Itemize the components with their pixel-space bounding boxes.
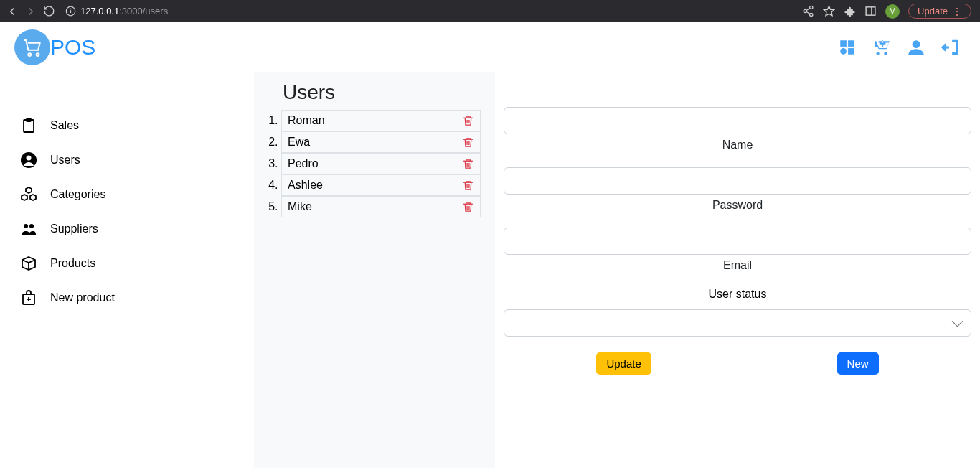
svg-rect-9 <box>866 7 875 15</box>
user-icon[interactable] <box>907 38 925 57</box>
users-title: Users <box>268 72 481 110</box>
box-icon <box>20 255 37 272</box>
update-button[interactable]: Update <box>596 352 651 375</box>
sidebar-item-label: Products <box>50 257 95 270</box>
user-name: Ewa <box>288 136 310 149</box>
logout-icon[interactable] <box>941 38 960 57</box>
user-name: Pedro <box>288 157 319 170</box>
user-name: Ashlee <box>288 179 323 192</box>
user-row[interactable]: Roman <box>281 110 481 131</box>
bag-plus-icon <box>20 289 37 306</box>
list-item: Mike <box>281 196 481 217</box>
main-content: Sales Users Categories Suppliers Product… <box>0 72 980 468</box>
list-item: Ashlee <box>281 174 481 196</box>
url-path: :3000/users <box>119 6 168 17</box>
people-icon <box>20 220 37 238</box>
name-label: Name <box>504 139 971 151</box>
list-item: Roman <box>281 110 481 131</box>
sidebar: Sales Users Categories Suppliers Product… <box>0 72 254 468</box>
sidebar-item-categories[interactable]: Categories <box>14 177 245 212</box>
update-label: Update <box>918 6 948 17</box>
name-field[interactable] <box>504 107 971 134</box>
cart-add-icon[interactable] <box>872 38 891 57</box>
email-field[interactable] <box>504 228 971 255</box>
sidebar-item-users[interactable]: Users <box>14 143 245 177</box>
svg-point-15 <box>840 48 847 55</box>
site-info-icon[interactable] <box>65 6 76 17</box>
user-row[interactable]: Ewa <box>281 131 481 153</box>
app-header: POS <box>0 22 980 72</box>
dashboard-icon[interactable] <box>838 38 857 57</box>
svg-point-5 <box>810 13 813 16</box>
sidebar-item-label: Categories <box>50 188 105 201</box>
svg-rect-16 <box>848 48 854 55</box>
svg-point-23 <box>29 224 34 228</box>
boxes-icon <box>20 186 37 203</box>
user-circle-icon <box>20 151 37 169</box>
svg-line-7 <box>806 12 810 14</box>
bookmark-star-icon[interactable] <box>823 5 835 17</box>
users-panel: Users Roman Ewa <box>254 72 495 468</box>
status-label: User status <box>504 288 971 301</box>
form-buttons: Update New <box>504 352 971 375</box>
reload-icon[interactable] <box>43 5 55 17</box>
url-host: 127.0.0.1 <box>80 6 119 17</box>
share-icon[interactable] <box>802 5 814 17</box>
user-row[interactable]: Mike <box>281 196 481 217</box>
cart-logo-icon <box>14 29 50 65</box>
logo-text: POS <box>50 35 95 60</box>
svg-point-17 <box>913 40 920 48</box>
url-bar[interactable]: 127.0.0.1:3000/users <box>61 2 796 21</box>
browser-update-button[interactable]: Update ⋮ <box>908 4 971 19</box>
list-item: Ewa <box>281 131 481 153</box>
password-label: Password <box>504 199 971 212</box>
svg-point-22 <box>24 224 28 228</box>
sidebar-item-label: Sales <box>50 119 79 132</box>
trash-icon[interactable] <box>462 136 474 149</box>
logo[interactable]: POS <box>14 29 95 65</box>
clipboard-icon <box>20 117 37 134</box>
user-list: Roman Ewa Pedro <box>268 110 481 217</box>
svg-rect-14 <box>848 40 854 47</box>
user-row[interactable]: Ashlee <box>281 174 481 196</box>
svg-point-11 <box>28 53 31 56</box>
svg-marker-8 <box>824 6 834 15</box>
sidebar-item-label: Suppliers <box>50 223 98 235</box>
new-button[interactable]: New <box>837 352 879 375</box>
svg-point-4 <box>804 9 806 12</box>
trash-icon[interactable] <box>462 201 474 213</box>
user-row[interactable]: Pedro <box>281 153 481 174</box>
panel-icon[interactable] <box>864 5 877 17</box>
forward-icon[interactable] <box>24 5 37 18</box>
svg-rect-13 <box>840 40 847 47</box>
browser-toolbar: 127.0.0.1:3000/users M Update ⋮ <box>0 0 980 22</box>
password-field[interactable] <box>504 167 971 195</box>
svg-point-2 <box>70 9 71 9</box>
trash-icon[interactable] <box>462 115 474 127</box>
sidebar-item-label: Users <box>50 154 80 167</box>
list-item: Pedro <box>281 153 481 174</box>
sidebar-item-new-product[interactable]: New product <box>14 281 245 315</box>
svg-point-12 <box>37 53 39 56</box>
user-name: Mike <box>288 200 312 213</box>
menu-dots-icon: ⋮ <box>952 6 962 17</box>
sidebar-item-label: New product <box>50 291 115 304</box>
svg-line-6 <box>806 9 810 11</box>
svg-point-21 <box>27 156 32 161</box>
email-label: Email <box>504 259 971 272</box>
user-name: Roman <box>288 114 325 127</box>
profile-avatar[interactable]: M <box>885 4 900 19</box>
user-form: Name Password Email User status Update N… <box>495 72 980 468</box>
trash-icon[interactable] <box>462 158 474 170</box>
sidebar-item-sales[interactable]: Sales <box>14 108 245 143</box>
trash-icon[interactable] <box>462 179 474 192</box>
browser-actions: M Update ⋮ <box>802 4 974 19</box>
header-actions <box>838 38 966 57</box>
extensions-icon[interactable] <box>844 5 856 17</box>
url-text: 127.0.0.1:3000/users <box>80 6 168 17</box>
svg-point-3 <box>810 6 813 9</box>
status-select[interactable] <box>504 309 971 337</box>
sidebar-item-products[interactable]: Products <box>14 246 245 281</box>
sidebar-item-suppliers[interactable]: Suppliers <box>14 212 245 246</box>
back-icon[interactable] <box>6 5 19 18</box>
